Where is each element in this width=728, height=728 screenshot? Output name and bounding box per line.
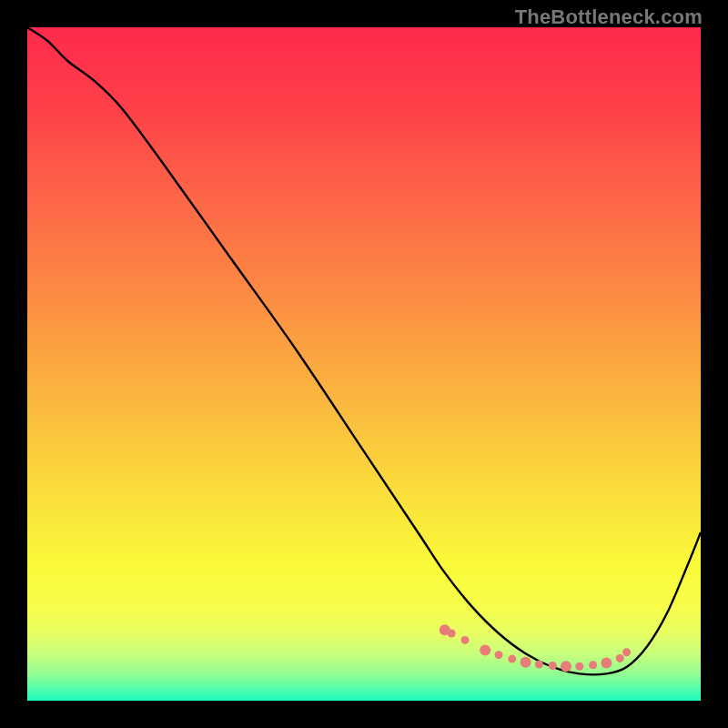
marker-dot (549, 662, 557, 670)
gradient-background (27, 27, 701, 701)
marker-dot (575, 662, 583, 671)
marker-dot (495, 651, 503, 659)
marker-dot (589, 661, 597, 669)
chart-frame: TheBottleneck.com (0, 0, 728, 728)
marker-dot (535, 661, 543, 669)
marker-dot (461, 636, 470, 644)
marker-dot (521, 657, 531, 668)
marker-dot (508, 655, 516, 663)
marker-dot (480, 645, 490, 656)
marker-dot (561, 661, 571, 672)
plot-area (27, 27, 701, 701)
marker-dot (601, 658, 612, 669)
watermark-text: TheBottleneck.com (515, 5, 703, 29)
marker-dot (622, 648, 631, 656)
marker-dot (448, 630, 456, 638)
plot-svg (27, 27, 701, 701)
marker-dot (616, 654, 624, 662)
